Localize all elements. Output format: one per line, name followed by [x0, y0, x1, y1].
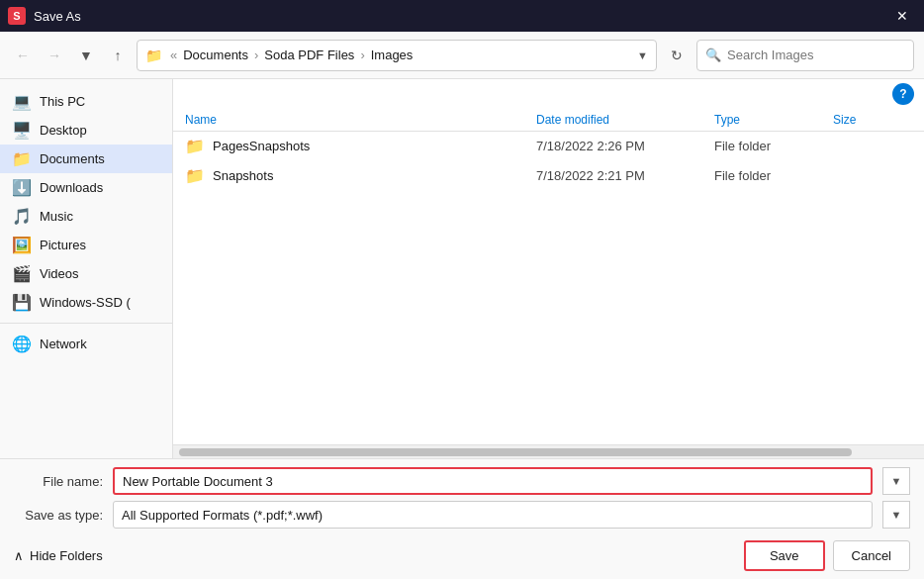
col-size[interactable]: Size [833, 113, 912, 127]
sidebar-divider [0, 323, 172, 324]
dialog-content: ← → ▼ ↑ 📁 « Documents › Soda PDF Files ›… [0, 32, 924, 579]
title-bar: S Save As ✕ [0, 0, 924, 32]
windows-ssd-icon: 💾 [12, 293, 32, 312]
savetype-select[interactable]: All Supported Formats (*.pdf;*.wwf) PDF … [113, 501, 873, 529]
pc-icon: 💻 [12, 92, 32, 111]
sidebar-item-this-pc[interactable]: 💻 This PC [0, 87, 172, 116]
breadcrumb-bar[interactable]: 📁 « Documents › Soda PDF Files › Images … [137, 40, 657, 71]
breadcrumb-folder-icon: 📁 [145, 48, 162, 63]
content-area: 💻 This PC 🖥️ Desktop 📁 Documents ⬇️ Down… [0, 79, 924, 458]
breadcrumb-sodapdf: Soda PDF Files [264, 48, 354, 62]
up-button[interactable]: ↑ [105, 43, 131, 68]
dialog-title: Save As [34, 9, 81, 24]
sidebar-label-documents: Documents [40, 151, 105, 166]
col-type[interactable]: Type [714, 113, 833, 127]
breadcrumb-sep3: › [360, 48, 364, 62]
sidebar-label-music: Music [40, 209, 73, 224]
file-date-1: 7/18/2022 2:21 PM [536, 168, 714, 183]
downloads-icon: ⬇️ [12, 178, 32, 197]
table-row[interactable]: 📁 Snapshots 7/18/2022 2:21 PM File folde… [173, 161, 924, 191]
app-icon: S [8, 7, 26, 25]
savetype-row: Save as type: All Supported Formats (*.p… [14, 501, 910, 529]
sidebar-label-windows-ssd: Windows-SSD ( [40, 295, 131, 310]
action-buttons: Save Cancel [744, 540, 910, 571]
music-icon: 🎵 [12, 207, 32, 226]
file-scroll-area: 📁 PagesSnapshots 7/18/2022 2:26 PM File … [173, 132, 924, 444]
filename-dropdown-button[interactable]: ▼ [882, 467, 910, 495]
search-icon: 🔍 [705, 48, 721, 62]
sidebar-item-windows-ssd[interactable]: 💾 Windows-SSD ( [0, 288, 172, 317]
filename-label: File name: [14, 474, 103, 489]
breadcrumb-documents: Documents [183, 48, 248, 62]
save-button[interactable]: Save [744, 540, 825, 571]
help-area: ? [173, 79, 924, 109]
close-button[interactable]: ✕ [888, 2, 916, 30]
sidebar-label-this-pc: This PC [40, 94, 85, 109]
help-button[interactable]: ? [892, 83, 914, 105]
savetype-dropdown-button[interactable]: ▼ [882, 501, 910, 529]
folder-icon: 📁 [185, 137, 205, 155]
sidebar-item-network[interactable]: 🌐 Network [0, 330, 172, 358]
search-bar[interactable]: 🔍 [696, 40, 914, 71]
network-icon: 🌐 [12, 335, 32, 353]
back-button[interactable]: ← [10, 43, 36, 68]
sidebar-item-desktop[interactable]: 🖥️ Desktop [0, 116, 172, 145]
search-input[interactable] [727, 48, 905, 62]
file-type-0: File folder [714, 139, 833, 153]
documents-icon: 📁 [12, 149, 32, 168]
col-name[interactable]: Name [185, 113, 536, 127]
col-date[interactable]: Date modified [536, 113, 714, 127]
action-row: ∧ Hide Folders Save Cancel [14, 536, 910, 573]
breadcrumb-sep2: › [254, 48, 258, 62]
refresh-button[interactable]: ↻ [663, 42, 691, 69]
hide-folders-chevron-icon: ∧ [14, 548, 24, 563]
table-header: Name Date modified Type Size [173, 109, 924, 132]
file-row-name: 📁 Snapshots [185, 166, 536, 185]
filename-input[interactable] [113, 467, 873, 495]
sidebar-label-network: Network [40, 337, 87, 351]
videos-icon: 🎬 [12, 264, 32, 283]
navigation-bar: ← → ▼ ↑ 📁 « Documents › Soda PDF Files ›… [0, 32, 924, 79]
dropdown-button[interactable]: ▼ [73, 43, 99, 68]
savetype-label: Save as type: [14, 508, 103, 523]
titlebar-left: S Save As [8, 7, 81, 25]
breadcrumb-chevron-icon: ▼ [637, 49, 648, 61]
sidebar-item-music[interactable]: 🎵 Music [0, 202, 172, 231]
table-row[interactable]: 📁 PagesSnapshots 7/18/2022 2:26 PM File … [173, 132, 924, 161]
file-name-1: Snapshots [213, 168, 273, 183]
sidebar-label-pictures: Pictures [40, 238, 86, 252]
horizontal-scrollbar-area [173, 444, 924, 458]
horizontal-scrollbar[interactable] [179, 448, 852, 456]
sidebar: 💻 This PC 🖥️ Desktop 📁 Documents ⬇️ Down… [0, 79, 173, 458]
hide-folders-button[interactable]: ∧ Hide Folders [14, 548, 103, 563]
desktop-icon: 🖥️ [12, 121, 32, 140]
filename-row: File name: ▼ [14, 467, 910, 495]
sidebar-item-downloads[interactable]: ⬇️ Downloads [0, 173, 172, 202]
sidebar-label-videos: Videos [40, 266, 79, 281]
hide-folders-label: Hide Folders [30, 548, 103, 563]
file-name-0: PagesSnapshots [213, 139, 310, 153]
sidebar-item-pictures[interactable]: 🖼️ Pictures [0, 231, 172, 259]
cancel-button[interactable]: Cancel [833, 540, 910, 571]
pictures-icon: 🖼️ [12, 236, 32, 254]
file-type-1: File folder [714, 168, 833, 183]
sidebar-label-desktop: Desktop [40, 123, 87, 138]
bottom-bar: File name: ▼ Save as type: All Supported… [0, 458, 924, 579]
file-row-name: 📁 PagesSnapshots [185, 137, 536, 155]
sidebar-item-documents[interactable]: 📁 Documents [0, 145, 172, 173]
folder-icon: 📁 [185, 166, 205, 185]
file-list: ? Name Date modified Type Size 📁 PagesSn… [173, 79, 924, 458]
breadcrumb-sep1: « [170, 48, 177, 62]
breadcrumb-images: Images [371, 48, 414, 62]
sidebar-label-downloads: Downloads [40, 180, 103, 195]
forward-button[interactable]: → [42, 43, 67, 68]
file-date-0: 7/18/2022 2:26 PM [536, 139, 714, 153]
sidebar-item-videos[interactable]: 🎬 Videos [0, 259, 172, 288]
